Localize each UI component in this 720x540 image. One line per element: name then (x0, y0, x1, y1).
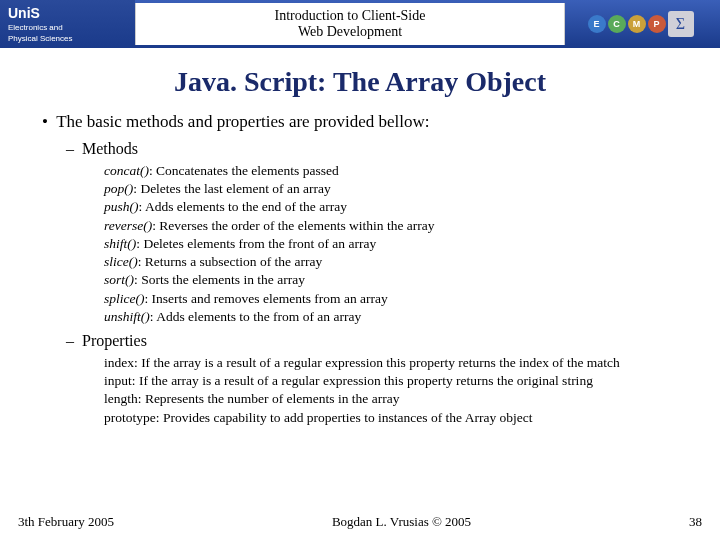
footer: 3th February 2005 Bogdan L. Vrusias © 20… (0, 514, 720, 530)
p-icon: P (648, 15, 666, 33)
method-item: sort(): Sorts the elements in the array (104, 271, 690, 289)
method-name: pop() (104, 181, 133, 196)
property-name: prototype (104, 410, 156, 425)
slide-title: Java. Script: The Array Object (0, 66, 720, 98)
method-name: concat() (104, 163, 149, 178)
method-desc: : Adds elements to the from of an array (150, 309, 361, 324)
method-name: shift() (104, 236, 136, 251)
method-desc: : Deletes the last element of an array (133, 181, 331, 196)
course-title-line2: Web Development (298, 24, 402, 40)
property-item: index: If the array is a result of a reg… (104, 354, 690, 372)
methods-heading: – Methods (66, 140, 690, 158)
logo-subtitle-2: Physical Sciences (8, 34, 135, 43)
method-name: slice() (104, 254, 138, 269)
method-item: pop(): Deletes the last element of an ar… (104, 180, 690, 198)
course-title-line1: Introduction to Client-Side (275, 8, 426, 24)
method-desc: : Adds elements to the end of the array (139, 199, 347, 214)
c-icon: C (608, 15, 626, 33)
property-desc: : Represents the number of elements in t… (138, 391, 400, 406)
property-item: length: Represents the number of element… (104, 390, 690, 408)
method-desc: : Inserts and removes elements from an a… (144, 291, 387, 306)
footer-page: 38 (689, 514, 702, 530)
method-item: splice(): Inserts and removes elements f… (104, 290, 690, 308)
method-item: reverse(): Reverses the order of the ele… (104, 217, 690, 235)
method-item: push(): Adds elements to the end of the … (104, 198, 690, 216)
intro-text: The basic methods and properties are pro… (56, 112, 429, 131)
method-desc: : Returns a subsection of the array (138, 254, 322, 269)
method-name: unshift() (104, 309, 150, 324)
method-item: concat(): Concatenates the elements pass… (104, 162, 690, 180)
methods-list: concat(): Concatenates the elements pass… (104, 162, 690, 326)
slide-content: • The basic methods and properties are p… (0, 112, 720, 427)
property-desc: : Provides capability to add properties … (156, 410, 533, 425)
property-name: index (104, 355, 134, 370)
property-name: input (104, 373, 132, 388)
e-icon: E (588, 15, 606, 33)
header-bar: UniS Electronics and Physical Sciences I… (0, 0, 720, 48)
properties-list: index: If the array is a result of a reg… (104, 354, 690, 427)
property-item: prototype: Provides capability to add pr… (104, 409, 690, 427)
footer-date: 3th February 2005 (18, 514, 114, 530)
method-item: shift(): Deletes elements from the front… (104, 235, 690, 253)
method-name: sort() (104, 272, 134, 287)
property-name: length (104, 391, 138, 406)
logo-subtitle-1: Electronics and (8, 23, 135, 32)
method-desc: : Deletes elements from the front of an … (136, 236, 376, 251)
property-desc: : If the array is a result of a regular … (134, 355, 620, 370)
method-desc: : Concatenates the elements passed (149, 163, 339, 178)
method-item: slice(): Returns a subsection of the arr… (104, 253, 690, 271)
sigma-icon: Σ (668, 11, 694, 37)
method-name: push() (104, 199, 139, 214)
course-title: Introduction to Client-Side Web Developm… (135, 3, 565, 45)
intro-bullet: • The basic methods and properties are p… (42, 112, 690, 132)
method-name: splice() (104, 291, 144, 306)
methods-label: Methods (82, 140, 138, 157)
university-logo: UniS Electronics and Physical Sciences (0, 0, 135, 48)
method-desc: : Reverses the order of the elements wit… (152, 218, 434, 233)
properties-heading: – Properties (66, 332, 690, 350)
method-desc: : Sorts the elements in the array (134, 272, 305, 287)
logo-text: UniS (8, 5, 135, 21)
footer-author: Bogdan L. Vrusias © 2005 (332, 514, 471, 530)
m-icon: M (628, 15, 646, 33)
property-item: input: If the array is a result of a reg… (104, 372, 690, 390)
properties-label: Properties (82, 332, 147, 349)
method-name: reverse() (104, 218, 152, 233)
header-icons: E C M P Σ (565, 0, 720, 48)
property-desc: : If the array is a result of a regular … (132, 373, 593, 388)
method-item: unshift(): Adds elements to the from of … (104, 308, 690, 326)
